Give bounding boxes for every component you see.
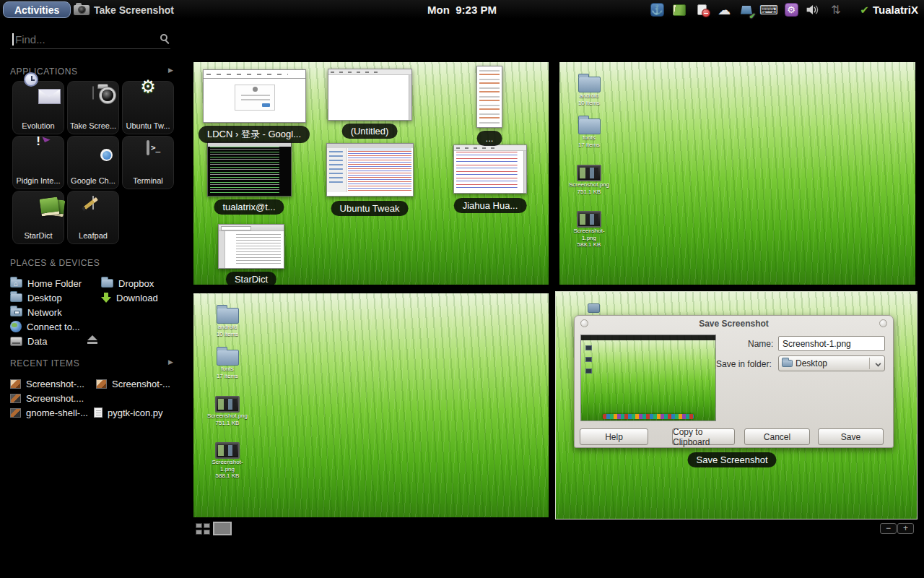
app-label: Terminal [123, 176, 173, 185]
window-terminal[interactable] [207, 142, 292, 197]
desktop-icon-folder: fonts 17 items [568, 118, 610, 148]
grid-cell [196, 523, 202, 528]
window-untitled[interactable] [328, 69, 412, 121]
place-data-drive[interactable]: Data [10, 334, 47, 348]
app-tile-leafpad[interactable]: Leafpad [67, 191, 119, 244]
app-tile-terminal[interactable]: Terminal [122, 136, 174, 189]
recent-label: Screenshot-... [26, 379, 84, 389]
clock[interactable]: Mon 9:23 PM [427, 0, 497, 20]
workspace-single-view-toggle[interactable] [213, 522, 232, 535]
username: TualatriX [873, 4, 918, 16]
grid-cell [196, 530, 202, 535]
app-tile-stardict[interactable]: StarDict [12, 191, 64, 244]
recent-expand-icon[interactable]: ▶ [168, 358, 173, 366]
place-network[interactable]: Network [10, 305, 62, 319]
text-caret [12, 33, 14, 46]
window-label: Ubuntu Tweak [331, 201, 409, 216]
network-transfer-icon[interactable]: ⇅ [829, 3, 843, 17]
leafpad-icon [92, 197, 94, 210]
user-menu[interactable]: ✔ TualatriX [860, 0, 918, 20]
place-label: Connect to... [27, 322, 80, 332]
dialog-title: Save Screenshot [575, 319, 893, 329]
workspace-3[interactable]: android 10 items fonts 17 items Screensh… [193, 293, 549, 517]
desktop-icon-image: Screenshot-1.png 588.1 KB [568, 211, 610, 249]
workspace-grid-view-toggle[interactable] [196, 523, 211, 535]
docky-anchor-icon[interactable]: ⚓ [650, 3, 664, 17]
recent-item[interactable]: Screenshot-... [10, 376, 84, 391]
window-more[interactable] [476, 66, 502, 128]
system-tray: ⚓ ☁ ✔ ⌨ ⚙ ⇅ [650, 0, 843, 20]
applications-header: APPLICATIONS [10, 66, 78, 77]
place-label: Download [116, 293, 158, 303]
app-tile-chrome[interactable]: Google Ch... [67, 136, 119, 189]
recent-item[interactable]: pygtk-icon.py [94, 405, 163, 420]
notifications-disabled-icon[interactable] [694, 3, 709, 17]
desktop-icon-image: Screenshot.png 751.1 KB [568, 165, 610, 195]
folder-select-value: Desktop [796, 358, 827, 368]
window-browser[interactable] [203, 69, 306, 123]
window-chat[interactable] [453, 144, 527, 194]
cloud-icon[interactable]: ☁ [717, 3, 731, 17]
camera-icon [74, 5, 90, 15]
workspace-1[interactable]: LDCN › 登录 - Googl... (Untitled) ... tual… [193, 62, 549, 285]
window-content [479, 70, 500, 125]
app-tile-pidgin[interactable]: Pidgin Inte... [12, 136, 64, 189]
window-content [235, 85, 275, 111]
download-arrow-icon [101, 293, 111, 303]
volume-icon[interactable] [806, 3, 821, 17]
app-tile-take-screenshot[interactable]: Take Scree... [67, 81, 119, 134]
save-screenshot-dialog[interactable]: Save Screenshot Name: Save in folder: De… [574, 315, 894, 448]
image-thumbnail-icon [215, 442, 240, 459]
preview-dock [603, 414, 694, 419]
add-workspace-button[interactable]: + [897, 523, 914, 534]
eject-icon[interactable] [87, 335, 98, 344]
app-label: Leafpad [68, 231, 118, 240]
save-in-folder-label: Save in folder: [716, 359, 772, 369]
app-tile-ubuntu-tweak[interactable]: Ubuntu Tw... [122, 81, 174, 134]
window-content [210, 147, 289, 194]
dropbox-icon[interactable]: ✔ [739, 3, 754, 17]
focused-app-menu[interactable]: Take Screenshot [74, 0, 174, 20]
ubuntu-tweak-tray-icon[interactable]: ⚙ [784, 3, 798, 17]
workspace-4[interactable]: Save Screenshot Name: Save in folder: De… [556, 292, 917, 519]
help-button[interactable]: Help [580, 428, 648, 445]
place-desktop[interactable]: Desktop [10, 290, 62, 305]
recent-item[interactable]: Screenshot.... [10, 391, 84, 405]
search-input[interactable] [15, 31, 149, 48]
applications-expand-icon[interactable]: ▶ [168, 66, 173, 74]
app-tile-evolution[interactable]: Evolution [12, 81, 64, 134]
place-connect-to[interactable]: Connect to... [10, 319, 80, 334]
recent-item[interactable]: Screenshot-... [96, 376, 170, 391]
cancel-button[interactable]: Cancel [744, 428, 810, 445]
activities-button[interactable]: Activities [3, 1, 71, 18]
stardict-tray-icon[interactable] [672, 3, 687, 17]
window-content [409, 75, 411, 120]
window-label: ... [477, 131, 502, 146]
image-thumbnail-icon [577, 211, 601, 228]
image-file-icon [96, 379, 107, 389]
folder-icon [782, 360, 793, 367]
app-label: Ubuntu Tw... [123, 121, 173, 130]
window-stardict[interactable] [218, 224, 284, 269]
window-content [236, 234, 281, 265]
preview-topbar [581, 335, 715, 340]
filename-input[interactable] [778, 336, 885, 351]
screenshot-preview [580, 335, 716, 421]
workspace-2[interactable]: android 10 items fonts 17 items Screensh… [559, 62, 915, 285]
preview-desktop-icon [585, 357, 592, 362]
app-label: StarDict [13, 231, 64, 240]
window-ubuntu-tweak[interactable] [326, 143, 414, 197]
place-home-folder[interactable]: ⌂ Home Folder [10, 276, 82, 290]
place-download[interactable]: Download [101, 290, 158, 305]
folder-icon [217, 308, 239, 324]
keyboard-input-icon[interactable]: ⌨ [762, 3, 776, 17]
remove-workspace-button[interactable]: − [880, 523, 897, 534]
recent-item[interactable]: gnome-shell-... [10, 405, 88, 420]
folder-select[interactable]: Desktop [778, 355, 885, 371]
preview-desktop-icon [585, 345, 592, 350]
save-button[interactable]: Save [818, 428, 884, 445]
search-box[interactable] [10, 30, 170, 49]
recent-label: pygtk-icon.py [108, 407, 163, 418]
copy-to-clipboard-button[interactable]: Copy to Clipboard [672, 428, 735, 445]
place-dropbox[interactable]: Dropbox [101, 276, 154, 290]
